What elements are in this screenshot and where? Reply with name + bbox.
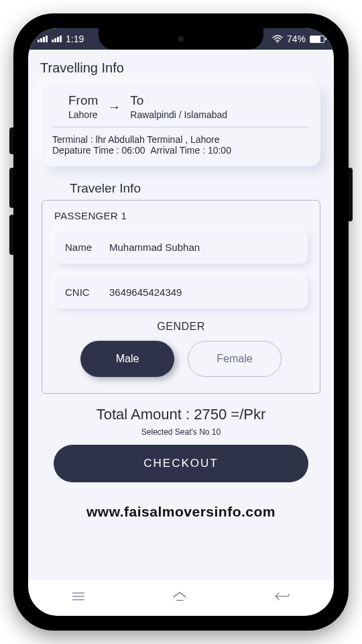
battery-icon [310, 36, 324, 43]
times-line: Depature Time : 06:00 Arrival Time : 10:… [52, 145, 310, 156]
passenger-card: PASSENGER 1 Name CNIC GENDER [42, 200, 320, 394]
from-value: Lahore [68, 109, 98, 120]
android-nav-bar [28, 580, 334, 616]
route-card: From Lahore → To Rawalpindi / Islamabad … [42, 84, 320, 166]
from-label: From [68, 93, 98, 108]
total-amount: Total Amount : 2750 =/Pkr [38, 406, 324, 423]
name-input[interactable] [109, 241, 297, 253]
gender-label: GENDER [54, 321, 308, 333]
checkout-button[interactable]: CHECKOUT [54, 445, 308, 482]
passenger-heading: PASSENGER 1 [54, 210, 308, 221]
cnic-label: CNIC [65, 286, 100, 298]
cnic-input[interactable] [109, 286, 194, 298]
arrow-right-icon: → [107, 99, 121, 115]
home-icon[interactable] [172, 590, 188, 605]
gender-male-button[interactable]: Male [80, 341, 174, 377]
recents-icon[interactable] [71, 591, 86, 604]
wifi-icon [272, 34, 283, 45]
back-icon[interactable] [274, 591, 291, 604]
gender-female-button[interactable]: Female [188, 341, 282, 377]
phone-mock: 1:19 74% Travelling Info [13, 13, 349, 631]
battery-pct: 74% [287, 34, 306, 44]
selected-seat: Selected Seat's No 10 [38, 427, 324, 437]
to-value: Rawalpindi / Islamabad [130, 109, 227, 120]
site-url: www.faisalmoversinfo.com [38, 504, 324, 520]
terminal-line: Terminal : lhr Abdullah Terminal , Lahor… [52, 134, 310, 145]
traveler-info-title: Traveler Info [70, 181, 324, 196]
status-time: 1:19 [66, 34, 84, 44]
name-label: Name [65, 241, 100, 253]
signal-icon [38, 36, 48, 42]
travelling-info-title: Travelling Info [40, 60, 322, 76]
svg-point-0 [277, 42, 278, 43]
phone-notch [99, 28, 263, 50]
to-label: To [130, 93, 227, 108]
signal-icon [52, 36, 62, 42]
name-field[interactable]: Name [54, 231, 308, 264]
cnic-field[interactable]: CNIC [54, 276, 308, 309]
